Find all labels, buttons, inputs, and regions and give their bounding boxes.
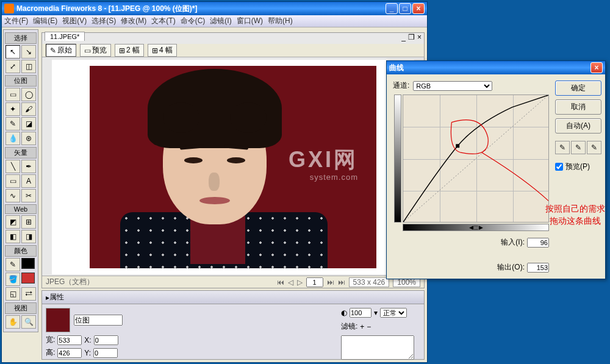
doc-restore[interactable]: ❐ (408, 33, 415, 41)
knife-tool[interactable]: ✂ (21, 189, 36, 202)
y-label: Y: (84, 349, 91, 357)
scale-tool[interactable]: ⤢ (5, 60, 20, 73)
brush-tool[interactable]: 🖌 (21, 102, 36, 116)
menu-text[interactable]: 文本(T) (151, 16, 175, 26)
remove-filter-icon[interactable]: − (367, 323, 371, 331)
eyedropper-stroke[interactable]: ✎ (5, 258, 20, 271)
menu-help[interactable]: 帮助(H) (268, 16, 293, 26)
control-point (456, 144, 459, 148)
hotspot-tool[interactable]: ◩ (5, 215, 20, 229)
properties-header[interactable]: ▸ 属性 (42, 291, 424, 304)
preview-checkbox[interactable]: 预览(P) (555, 162, 601, 172)
ok-button[interactable]: 确定 (555, 80, 601, 96)
maximize-button[interactable]: □ (399, 3, 411, 14)
eyedropper-fill[interactable]: 🪣 (5, 273, 20, 286)
output-value[interactable] (527, 263, 549, 273)
nav-first-icon[interactable]: ⏮ (277, 278, 284, 287)
menu-commands[interactable]: 命令(C) (181, 16, 206, 26)
input-label: 输入(I): (501, 237, 525, 248)
eraser-tool[interactable]: ◪ (21, 117, 36, 130)
curve-graph[interactable] (403, 95, 549, 223)
y-input[interactable] (93, 348, 118, 358)
wand-tool[interactable]: ✦ (5, 102, 20, 116)
auto-button[interactable]: 自动(A) (555, 118, 601, 134)
pen-tool[interactable]: ✒ (21, 160, 36, 173)
hide-tool[interactable]: ◧ (5, 230, 20, 243)
opacity-input[interactable] (350, 308, 371, 318)
menu-view[interactable]: 视图(V) (62, 16, 87, 26)
nav-next-icon[interactable]: ⏭ (327, 278, 334, 287)
tab-original[interactable]: ✎原始 (46, 44, 76, 57)
annotation-text: 按照自己的需求拖动这条曲线 (545, 202, 606, 227)
close-button[interactable]: × (412, 3, 425, 14)
document-toolbar: ✎原始 ▭预览 ⊞2 幅 ⊞4 幅 (42, 44, 424, 57)
properties-panel: ▸ 属性 宽: X: 高: Y: (41, 290, 425, 360)
slice-tool[interactable]: ⊞ (21, 215, 36, 229)
blur-tool[interactable]: 💧 (5, 132, 20, 145)
stroke-color[interactable] (21, 258, 35, 269)
add-filter-icon[interactable]: + (360, 323, 364, 331)
text-tool[interactable]: A (21, 174, 36, 188)
line-tool[interactable]: ╲ (5, 160, 20, 173)
stamp-tool[interactable]: ⊛ (21, 132, 36, 145)
menu-file[interactable]: 文件(F) (4, 16, 28, 26)
pencil-tool[interactable]: ✎ (5, 117, 20, 130)
show-tool[interactable]: ◨ (21, 230, 36, 243)
preview-check-input[interactable] (555, 163, 563, 171)
channel-select[interactable]: RGB (413, 81, 492, 91)
nav-prev-icon[interactable]: ◁ (288, 278, 293, 287)
menu-select[interactable]: 选择(S) (92, 16, 116, 26)
doc-minimize[interactable]: _ (401, 33, 406, 41)
rect-tool[interactable]: ▭ (5, 174, 20, 188)
app-icon (4, 4, 14, 13)
h-input[interactable] (57, 348, 82, 358)
menubar: 文件(F) 编辑(E) 视图(V) 选择(S) 修改(M) 文本(T) 命令(C… (2, 15, 427, 27)
w-input[interactable] (57, 335, 82, 345)
freeform-tool[interactable]: ∿ (5, 189, 20, 202)
palette-bitmap-hdr: 位图 (5, 75, 37, 87)
hand-tool[interactable]: ✋ (5, 315, 20, 329)
output-gradient (394, 95, 401, 223)
fill-color[interactable] (21, 273, 35, 284)
blend-select[interactable]: 正常 (380, 308, 407, 318)
marquee-tool[interactable]: ▭ (5, 88, 20, 101)
app-title: Macromedia Fireworks 8 - [11.JPEG @ 100%… (16, 4, 386, 14)
object-type[interactable] (74, 315, 123, 326)
lasso-tool[interactable]: ◯ (21, 88, 36, 101)
curves-close-button[interactable]: × (590, 62, 603, 73)
minimize-button[interactable]: _ (386, 3, 398, 14)
input-value[interactable] (527, 238, 549, 248)
pointer-tool[interactable]: ↖ (5, 45, 20, 59)
filters-list[interactable] (341, 335, 414, 360)
doc-close[interactable]: × (417, 33, 422, 41)
menu-filters[interactable]: 滤镜(I) (210, 16, 231, 26)
page-input[interactable] (306, 277, 323, 287)
tab-2up[interactable]: ⊞2 幅 (115, 44, 144, 57)
document-tab[interactable]: 11.JPEG* (45, 32, 85, 41)
black-point-icon[interactable]: ✎ (555, 141, 570, 154)
x-label: X: (84, 336, 91, 344)
default-colors[interactable]: ◱ (5, 287, 20, 301)
tab-preview[interactable]: ▭预览 (80, 44, 111, 57)
gray-point-icon[interactable]: ✎ (571, 141, 586, 154)
x-input[interactable] (94, 335, 118, 345)
nav-play-icon[interactable]: ▷ (297, 278, 303, 287)
cancel-button[interactable]: 取消 (555, 99, 601, 115)
menu-modify[interactable]: 修改(M) (121, 16, 146, 26)
menu-edit[interactable]: 编辑(E) (33, 16, 57, 26)
zoom-tool[interactable]: 🔍 (21, 315, 36, 329)
palette-vector-hdr: 矢量 (5, 147, 37, 159)
watermark: GXI网 (289, 145, 358, 175)
crop-tool[interactable]: ◫ (21, 60, 36, 73)
subselect-tool[interactable]: ↘ (21, 45, 36, 59)
tab-4up[interactable]: ⊞4 幅 (148, 44, 177, 57)
canvas[interactable]: GXI网 system.com (52, 60, 414, 274)
swap-colors[interactable]: ⮂ (21, 287, 36, 301)
input-gradient: ◀◫▶ (403, 224, 549, 231)
menu-window[interactable]: 窗口(W) (237, 16, 263, 26)
white-point-icon[interactable]: ✎ (587, 141, 601, 154)
thumb-icon (46, 308, 70, 332)
curves-titlebar[interactable]: 曲线 × (387, 61, 605, 74)
nav-last-icon[interactable]: ⏭ (338, 278, 345, 287)
h-label: 高: (46, 348, 55, 358)
